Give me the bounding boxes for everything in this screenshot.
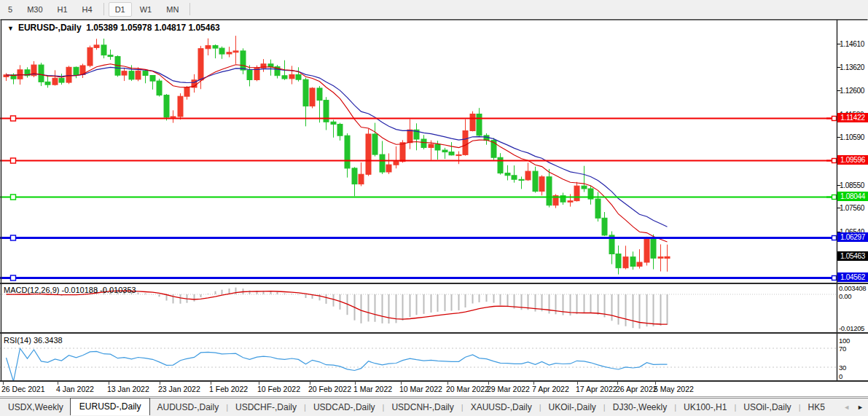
candle-body bbox=[345, 136, 350, 168]
candle-body bbox=[505, 173, 510, 176]
rsi-date-separator bbox=[0, 380, 868, 382]
chart-tab-dj30-weekly[interactable]: DJ30-,Weekly bbox=[606, 400, 673, 415]
main-macd-separator[interactable] bbox=[0, 283, 868, 284]
candle-body bbox=[87, 47, 93, 66]
chart-tab-xauusd-daily[interactable]: XAUUSD-,Daily bbox=[464, 400, 539, 415]
candle-body bbox=[219, 48, 224, 54]
candle-body bbox=[651, 239, 656, 258]
hline-right-handle[interactable] bbox=[832, 117, 837, 121]
candle-body bbox=[59, 78, 64, 82]
candle-body bbox=[539, 177, 544, 192]
tab-scroll-right-icon[interactable]: ► bbox=[857, 404, 864, 411]
candle-body bbox=[66, 67, 71, 82]
candle-body bbox=[129, 71, 134, 79]
candle-body bbox=[525, 171, 531, 180]
chart-tab-ukoil-daily[interactable]: UKOil-,Daily bbox=[542, 400, 603, 415]
candle-body bbox=[630, 257, 636, 267]
timeframe-toolbar: 5M30H1H4D1W1MN bbox=[0, 0, 868, 18]
candle-body bbox=[178, 96, 183, 117]
candle-body bbox=[429, 144, 434, 148]
chart-tab-hk5[interactable]: HK5 bbox=[801, 400, 831, 415]
candle-body bbox=[421, 139, 426, 148]
candle-body bbox=[94, 45, 99, 48]
candle-body bbox=[519, 179, 524, 180]
candle-body bbox=[213, 46, 218, 49]
timeframe-button-w1[interactable]: W1 bbox=[133, 2, 159, 17]
hline-left-handle[interactable] bbox=[11, 158, 16, 163]
candle-body bbox=[136, 71, 141, 79]
candle-body bbox=[157, 81, 162, 95]
candle-body bbox=[380, 154, 385, 172]
candle-body bbox=[512, 176, 517, 179]
candle-body bbox=[108, 55, 113, 57]
candle-body bbox=[616, 254, 621, 268]
candle-body bbox=[45, 82, 50, 85]
candle-body bbox=[477, 114, 482, 136]
candle-body bbox=[122, 71, 127, 75]
candle-body bbox=[268, 64, 273, 67]
chart-window: ▼EURUSD-,Daily 1.05389 1.05978 1.04817 1… bbox=[0, 18, 868, 398]
candle-body bbox=[665, 256, 670, 258]
candle-body bbox=[171, 117, 176, 117]
hline-right-handle[interactable] bbox=[832, 195, 837, 200]
candle-body bbox=[582, 186, 587, 189]
candle-body bbox=[574, 186, 579, 200]
chart-tab-audusd-daily[interactable]: AUDUSD-,Daily bbox=[150, 400, 225, 415]
chart-tab-usoil-daily[interactable]: USOil-,Daily bbox=[737, 400, 797, 415]
chart-tab-usdx-weekly[interactable]: USDX,Weekly bbox=[1, 400, 70, 415]
hline-right-handle[interactable] bbox=[832, 236, 837, 240]
candle-body bbox=[331, 122, 336, 124]
candle-body bbox=[289, 75, 294, 79]
toolbar-separator bbox=[189, 3, 190, 15]
symbol-tabbar: USDX,WeeklyEURUSD-,DailyAUDUSD-,Daily|US… bbox=[0, 398, 868, 416]
timeframe-button-5[interactable]: 5 bbox=[1, 2, 19, 17]
candle-body bbox=[241, 51, 246, 70]
candle-body bbox=[372, 134, 378, 154]
candle-body bbox=[366, 134, 371, 174]
candle-body bbox=[282, 76, 287, 79]
macd-rsi-separator[interactable] bbox=[0, 332, 868, 334]
timeframe-button-mn[interactable]: MN bbox=[160, 2, 185, 17]
candle-body bbox=[644, 239, 649, 262]
candle-body bbox=[74, 67, 79, 74]
candle-body bbox=[470, 114, 475, 131]
hline-right-handle[interactable] bbox=[832, 276, 837, 280]
candle-body bbox=[52, 78, 58, 85]
candle-body bbox=[337, 125, 343, 136]
candle-body bbox=[623, 257, 628, 268]
candle-body bbox=[400, 143, 405, 162]
tab-separator: | bbox=[734, 403, 736, 412]
chart-tab-usdcad-daily[interactable]: USDCAD-,Daily bbox=[307, 400, 382, 415]
candle-body bbox=[352, 168, 357, 184]
candle-body bbox=[310, 88, 315, 106]
price-chart-canvas[interactable] bbox=[0, 18, 868, 398]
candle-body bbox=[206, 46, 211, 49]
chart-tab-eurusd-daily[interactable]: EURUSD-,Daily bbox=[70, 398, 151, 415]
candle-body bbox=[463, 131, 468, 155]
candle-body bbox=[227, 52, 232, 54]
tab-scroll-left-icon[interactable]: ◄ bbox=[843, 404, 850, 411]
timeframe-button-d1[interactable]: D1 bbox=[109, 2, 132, 17]
chart-tab-usdcnh-daily[interactable]: USDCNH-,Daily bbox=[385, 400, 460, 415]
tab-separator: | bbox=[304, 403, 306, 412]
candle-body bbox=[150, 76, 155, 82]
timeframe-button-h4[interactable]: H4 bbox=[76, 2, 99, 17]
candle-body bbox=[498, 157, 503, 173]
chart-tab-usdchf-daily[interactable]: USDCHF-,Daily bbox=[229, 400, 303, 415]
tab-separator: | bbox=[226, 403, 228, 412]
hline-left-handle[interactable] bbox=[11, 195, 16, 200]
timeframe-button-h1[interactable]: H1 bbox=[51, 2, 74, 17]
timeframe-button-m30[interactable]: M30 bbox=[20, 2, 49, 17]
toolbar-separator bbox=[103, 3, 104, 15]
candle-body bbox=[442, 150, 447, 152]
hline-left-handle[interactable] bbox=[11, 235, 16, 240]
mt4-terminal: 5M30H1H4D1W1MN ▼EURUSD-,Daily 1.05389 1.… bbox=[0, 0, 868, 416]
hline-left-handle[interactable] bbox=[11, 116, 16, 121]
hline-left-handle[interactable] bbox=[11, 275, 16, 280]
candle-body bbox=[247, 70, 252, 79]
candle-body bbox=[637, 262, 642, 266]
tab-separator: | bbox=[539, 403, 541, 412]
chart-tab-uk100-h1[interactable]: UK100-,H1 bbox=[677, 400, 733, 415]
hline-right-handle[interactable] bbox=[832, 159, 837, 163]
tab-separator: | bbox=[674, 403, 676, 412]
